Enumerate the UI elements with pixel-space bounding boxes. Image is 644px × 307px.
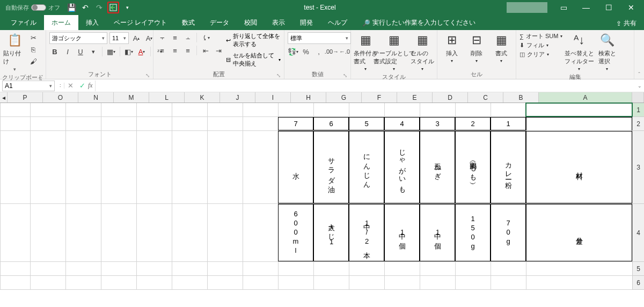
col-header[interactable]: O <box>43 92 78 103</box>
cell[interactable] <box>30 117 65 130</box>
font-name-combo[interactable]: 游ゴシック▾ <box>49 32 107 44</box>
cell[interactable] <box>136 276 172 289</box>
launcher-icon[interactable]: ⤡ <box>276 72 281 78</box>
cell[interactable] <box>207 117 243 130</box>
cell[interactable] <box>349 276 384 289</box>
cell[interactable]: 2 <box>455 117 491 130</box>
cell[interactable] <box>313 262 349 275</box>
format-painter-icon[interactable]: 🖌 <box>28 56 39 67</box>
cell[interactable] <box>243 117 278 130</box>
cell[interactable]: 5 <box>349 117 384 130</box>
tab-data[interactable]: データ <box>202 15 237 30</box>
cell[interactable] <box>455 103 491 116</box>
align-center-icon[interactable]: ≡ <box>170 45 180 56</box>
tab-view[interactable]: 表示 <box>265 15 292 30</box>
increase-decimal-icon[interactable]: .00→ <box>326 46 337 57</box>
autosave-toggle[interactable]: 自動保存 オフ <box>2 4 63 12</box>
cell[interactable] <box>313 103 349 116</box>
tab-developer[interactable]: 開発 <box>292 15 320 30</box>
qat-customize-icon[interactable]: ▾ <box>121 2 133 13</box>
format-cells-button[interactable]: ▦書式▾ <box>490 32 513 63</box>
col-header[interactable]: L <box>149 92 185 103</box>
decrease-indent-icon[interactable]: ⇤ <box>200 45 211 56</box>
cell[interactable] <box>455 262 491 275</box>
cell[interactable] <box>420 103 455 116</box>
col-header[interactable]: J <box>220 92 255 103</box>
cell[interactable] <box>101 204 136 261</box>
col-header[interactable]: G <box>326 92 362 103</box>
cell[interactable] <box>172 131 207 203</box>
cell-A1[interactable] <box>526 103 632 116</box>
cell[interactable] <box>420 276 455 289</box>
cell[interactable] <box>30 204 65 261</box>
cell[interactable] <box>0 204 30 261</box>
cell[interactable] <box>243 262 278 275</box>
cell[interactable] <box>172 262 207 275</box>
underline-icon[interactable]: U <box>75 46 86 57</box>
enter-formula-icon[interactable]: ✓ <box>77 81 87 91</box>
align-bottom-icon[interactable]: ⫠ <box>182 32 193 43</box>
cell[interactable] <box>101 103 136 116</box>
ribbon-display-icon[interactable]: ▭ <box>553 0 574 15</box>
cell[interactable] <box>136 117 172 130</box>
cell[interactable] <box>420 262 455 275</box>
col-header[interactable]: H <box>291 92 326 103</box>
row-header[interactable]: 5 <box>632 262 644 276</box>
cell[interactable] <box>313 276 349 289</box>
cell[interactable] <box>207 131 243 203</box>
cell[interactable] <box>101 262 136 275</box>
cell[interactable] <box>65 262 101 275</box>
cell[interactable]: 6 <box>313 117 349 130</box>
cell[interactable] <box>0 103 30 116</box>
cell[interactable]: 7 <box>278 117 313 130</box>
bold-icon[interactable]: B <box>49 46 60 57</box>
cell[interactable]: じゃがいも <box>384 131 420 203</box>
cell[interactable]: 中1/2本 <box>349 204 384 261</box>
font-color-icon[interactable]: A▾ <box>136 46 147 57</box>
insert-cells-button[interactable]: ⊞挿入▾ <box>441 32 463 63</box>
user-badge[interactable] <box>507 2 547 13</box>
launcher-icon[interactable]: ⤡ <box>343 72 347 78</box>
tab-help[interactable]: ヘルプ <box>320 15 355 30</box>
col-header[interactable]: I <box>255 92 291 103</box>
cell[interactable]: にんじん <box>349 131 384 203</box>
fill-button[interactable]: ⬇フィル ▾ <box>519 41 562 49</box>
cell[interactable] <box>65 204 101 261</box>
cell[interactable] <box>207 262 243 275</box>
cell[interactable] <box>526 276 632 289</box>
undo-icon[interactable]: ↶ <box>79 2 91 13</box>
tab-page-layout[interactable]: ページ レイアウト <box>106 15 174 30</box>
col-header[interactable]: B <box>503 92 539 103</box>
align-right-icon[interactable]: ≡ <box>182 45 193 56</box>
close-icon[interactable]: ✕ <box>620 0 642 15</box>
row-header[interactable]: 2 <box>632 117 644 131</box>
cell[interactable] <box>101 131 136 203</box>
cell[interactable]: 70g <box>491 204 526 261</box>
delete-cells-button[interactable]: ⊟削除▾ <box>465 32 488 63</box>
cell[interactable] <box>526 117 632 130</box>
cell[interactable]: 水 <box>278 131 313 203</box>
col-header[interactable]: M <box>114 92 149 103</box>
minimize-icon[interactable]: — <box>575 0 597 15</box>
cell[interactable] <box>491 103 526 116</box>
launcher-icon[interactable]: ⤡ <box>145 72 150 78</box>
align-left-icon[interactable]: ≡ <box>157 45 167 56</box>
launcher-icon[interactable]: ⤡ <box>38 76 42 82</box>
cell[interactable]: 中1個 <box>420 204 455 261</box>
cell[interactable] <box>172 204 207 261</box>
tab-file[interactable]: ファイル <box>3 15 44 30</box>
col-header[interactable]: C <box>468 92 503 103</box>
cell[interactable] <box>526 262 632 275</box>
cell[interactable] <box>0 131 30 203</box>
cell[interactable] <box>243 204 278 261</box>
increase-font-icon[interactable]: A▴ <box>131 33 142 43</box>
cell[interactable]: 材料 <box>526 131 632 203</box>
cell[interactable] <box>172 117 207 130</box>
find-select-button[interactable]: 🔍検索と 選択▾ <box>596 32 618 71</box>
select-all-corner[interactable] <box>632 92 644 103</box>
cell[interactable]: 分量 <box>526 204 632 261</box>
cell[interactable] <box>136 204 172 261</box>
tab-home[interactable]: ホーム <box>44 15 78 30</box>
cell[interactable] <box>243 276 278 289</box>
tell-me-search[interactable]: 🔎 実行したい作業を入力してください <box>355 15 483 30</box>
